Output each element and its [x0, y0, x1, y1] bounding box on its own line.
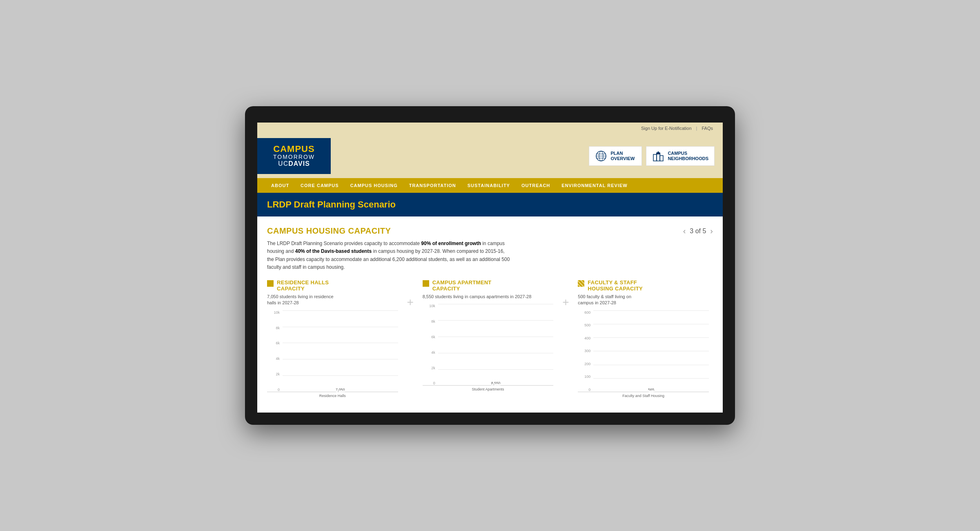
globe-icon — [595, 150, 607, 162]
logo-uc: UC — [278, 160, 288, 167]
faculty-staff-icon — [578, 280, 584, 287]
nav-sustainability[interactable]: SUSTAINABILITY — [462, 178, 516, 193]
grid-line — [283, 310, 398, 311]
plus-2: + — [557, 279, 574, 309]
faculty-staff-plot: 565 500 65 — [593, 310, 709, 392]
faqs-link[interactable]: FAQs — [702, 126, 713, 131]
chart-header-3: FACULTY & STAFFHOUSING CAPACITY — [578, 279, 709, 292]
x-label-1: Residence Halls — [267, 394, 398, 398]
grid-line — [593, 378, 709, 379]
grid-line — [283, 359, 398, 359]
campus-neighborhoods-label: CAMPUSNEIGHBORHOODS — [668, 151, 708, 161]
e-notification-link[interactable]: Sign Up for E-Notification — [641, 126, 692, 131]
faculty-staff-chart: 600 500 400 300 200 100 0 — [578, 310, 709, 400]
page-title: LRDP Draft Planning Scenario — [267, 199, 713, 210]
x-label-2: Student Apartments — [423, 387, 554, 391]
logo-tomorrow: TOMORROW — [265, 154, 323, 160]
charts-section: RESIDENCE HALLSCAPACITY 7,050 students l… — [267, 279, 713, 400]
campus-apartments-plot: 8,550 4,400 4,150 — [438, 304, 554, 385]
campus-apartments-icon — [423, 280, 429, 287]
logo-campus: CAMPUS — [265, 145, 323, 154]
bold1: 90% of enrollment growth — [421, 241, 481, 246]
nav-about[interactable]: ABOUT — [265, 178, 295, 193]
page-count: 3 of 5 — [690, 228, 706, 235]
grid-line — [283, 343, 398, 343]
plus-1: + — [402, 279, 419, 309]
main-nav: ABOUT CORE CAMPUS CAMPUS HOUSING TRANSPO… — [257, 178, 723, 193]
svg-rect-7 — [660, 156, 663, 161]
grid-line — [438, 369, 554, 370]
section-header: CAMPUS HOUSING CAPACITY ‹ 3 of 5 › — [267, 226, 713, 236]
grid-line — [593, 337, 709, 338]
monitor-frame: Sign Up for E-Notification | FAQs CAMPUS… — [245, 106, 735, 425]
y-axis-1: 10k 8k 6k 4k 2k 0 — [267, 310, 281, 392]
residence-halls-chart-inner: 10k 8k 6k 4k 2k 0 — [267, 310, 398, 392]
campus-neighborhoods-card[interactable]: CAMPUSNEIGHBORHOODS — [646, 146, 715, 166]
grid-line — [283, 327, 398, 327]
residence-halls-icon — [267, 280, 274, 287]
intro-text: The LRDP Draft Planning Scenario provide… — [267, 240, 512, 271]
header-main: CAMPUS TOMORROW UCDAVIS — [257, 134, 723, 178]
nav-outreach[interactable]: OUTREACH — [516, 178, 556, 193]
faculty-staff-title: FACULTY & STAFFHOUSING CAPACITY — [588, 279, 643, 292]
campus-apartments-chart: 10k 8k 6k 4k 2k 0 — [423, 304, 554, 394]
site-header: Sign Up for E-Notification | FAQs CAMPUS… — [257, 123, 723, 193]
separator: | — [696, 126, 697, 131]
chart-residence-halls: RESIDENCE HALLSCAPACITY 7,050 students l… — [267, 279, 402, 400]
nav-core-campus[interactable]: CORE CAMPUS — [295, 178, 345, 193]
chart-header-2: CAMPUS APARTMENTCAPACITY — [423, 279, 554, 292]
nav-transportation[interactable]: TRANSPORTATION — [403, 178, 462, 193]
screen: Sign Up for E-Notification | FAQs CAMPUS… — [257, 123, 723, 413]
campus-apartments-subtitle: 8,550 students living in campus apartmen… — [423, 294, 554, 300]
header-right: PLANOVERVIEW CAMPUSNEIGHBORHOODS — [589, 146, 715, 166]
nav-campus-housing[interactable]: CAMPUS HOUSING — [345, 178, 403, 193]
y-axis-3: 600 500 400 300 200 100 0 — [578, 310, 592, 392]
logo-block[interactable]: CAMPUS TOMORROW UCDAVIS — [257, 138, 331, 174]
grid-line — [593, 310, 709, 311]
pagination: ‹ 3 of 5 › — [683, 226, 713, 236]
svg-rect-5 — [653, 154, 657, 161]
faculty-staff-chart-inner: 600 500 400 300 200 100 0 — [578, 310, 709, 392]
residence-halls-title: RESIDENCE HALLSCAPACITY — [277, 279, 329, 292]
grid-line — [593, 324, 709, 324]
grid-line — [593, 365, 709, 365]
neighborhoods-icon — [652, 150, 664, 162]
bold2: 40% of the Davis-based students — [295, 248, 372, 254]
logo-ucdavis: UCDAVIS — [265, 160, 323, 167]
grid-line — [438, 337, 554, 337]
prev-arrow[interactable]: ‹ — [683, 226, 686, 236]
grid-line — [438, 353, 554, 353]
nav-environmental-review[interactable]: ENVIRONMENTAL REVIEW — [556, 178, 633, 193]
x-label-3: Faculty and Staff Housing — [578, 394, 709, 398]
chart-faculty-staff: FACULTY & STAFFHOUSING CAPACITY 500 facu… — [574, 279, 713, 400]
campus-apartments-chart-inner: 10k 8k 6k 4k 2k 0 — [423, 304, 554, 386]
chart-header-1: RESIDENCE HALLSCAPACITY — [267, 279, 398, 292]
next-arrow[interactable]: › — [710, 226, 713, 236]
top-bar: Sign Up for E-Notification | FAQs — [257, 123, 723, 134]
residence-halls-plot: 7,050 1,800 5,250 — [283, 310, 398, 392]
faculty-staff-subtitle: 500 faculty & staff living oncampus in 2… — [578, 294, 709, 306]
grid-line — [438, 304, 554, 304]
content-area: CAMPUS HOUSING CAPACITY ‹ 3 of 5 › The L… — [257, 216, 723, 413]
plan-overview-card[interactable]: PLANOVERVIEW — [589, 146, 642, 166]
grid-line — [593, 351, 709, 351]
residence-halls-chart: 10k 8k 6k 4k 2k 0 — [267, 310, 398, 400]
grid-line — [438, 320, 554, 321]
plan-overview-label: PLANOVERVIEW — [610, 151, 635, 161]
campus-apartments-title: CAMPUS APARTMENTCAPACITY — [432, 279, 492, 292]
chart-campus-apartments: CAMPUS APARTMENTCAPACITY 8,550 students … — [419, 279, 558, 394]
section-title: CAMPUS HOUSING CAPACITY — [267, 226, 391, 236]
y-axis-2: 10k 8k 6k 4k 2k 0 — [423, 304, 437, 385]
grid-line — [283, 375, 398, 376]
page-title-bar: LRDP Draft Planning Scenario — [257, 193, 723, 216]
residence-halls-subtitle: 7,050 students living in residencehalls … — [267, 294, 398, 306]
logo-davis: DAVIS — [288, 160, 310, 167]
